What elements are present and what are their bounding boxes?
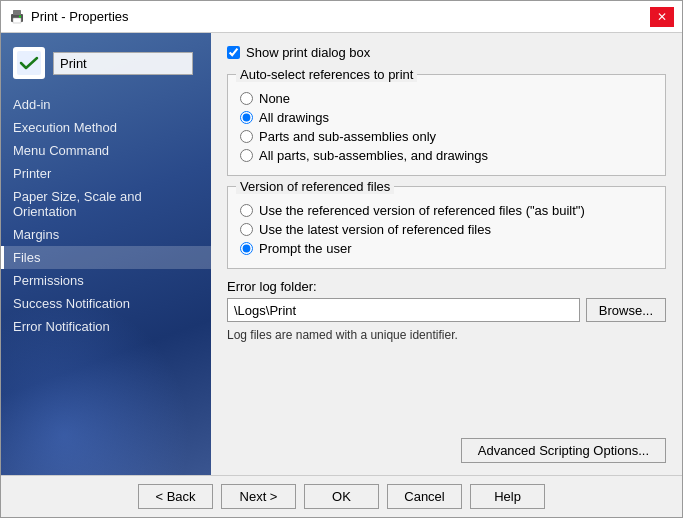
sidebar-item-paper-size[interactable]: Paper Size, Scale and Orientation (1, 185, 211, 223)
sidebar-item-permissions[interactable]: Permissions (1, 269, 211, 292)
spacer (227, 352, 666, 424)
radio-parts-sub[interactable] (240, 130, 253, 143)
error-log-info: Log files are named with a unique identi… (227, 328, 666, 342)
right-panel: Show print dialog box Auto-select refere… (211, 33, 682, 475)
show-print-dialog-row: Show print dialog box (227, 45, 666, 60)
advanced-section: Advanced Scripting Options... (227, 434, 666, 467)
next-button[interactable]: Next > (221, 484, 296, 509)
show-print-dialog-checkbox[interactable] (227, 46, 240, 59)
radio-prompt-row: Prompt the user (240, 239, 653, 258)
sidebar-item-printer[interactable]: Printer (1, 162, 211, 185)
advanced-scripting-button[interactable]: Advanced Scripting Options... (461, 438, 666, 463)
back-button[interactable]: < Back (138, 484, 213, 509)
sidebar-item-execution-method[interactable]: Execution Method (1, 116, 211, 139)
title-bar-left: Print - Properties (9, 9, 129, 25)
sidebar-item-margins[interactable]: Margins (1, 223, 211, 246)
cancel-button[interactable]: Cancel (387, 484, 462, 509)
error-log-label: Error log folder: (227, 279, 666, 294)
bottom-bar: < Back Next > OK Cancel Help (1, 475, 682, 517)
title-bar: Print - Properties ✕ (1, 1, 682, 33)
sidebar-item-menu-command[interactable]: Menu Command (1, 139, 211, 162)
radio-all-parts-label[interactable]: All parts, sub-assemblies, and drawings (259, 148, 488, 163)
radio-prompt[interactable] (240, 242, 253, 255)
help-button[interactable]: Help (470, 484, 545, 509)
print-title-input[interactable] (53, 52, 193, 75)
show-print-dialog-label[interactable]: Show print dialog box (246, 45, 370, 60)
main-window: Print - Properties ✕ Add-in Execu (0, 0, 683, 518)
radio-as-built-label[interactable]: Use the referenced version of referenced… (259, 203, 585, 218)
ok-button[interactable]: OK (304, 484, 379, 509)
auto-select-section: Auto-select references to print None All… (227, 74, 666, 176)
sidebar-item-files[interactable]: Files (1, 246, 211, 269)
auto-select-label: Auto-select references to print (236, 67, 417, 82)
svg-rect-1 (13, 10, 21, 15)
radio-all-drawings[interactable] (240, 111, 253, 124)
radio-all-parts-row: All parts, sub-assemblies, and drawings (240, 146, 653, 165)
version-section: Version of referenced files Use the refe… (227, 186, 666, 269)
error-log-input-row: Browse... (227, 298, 666, 322)
radio-parts-sub-row: Parts and sub-assemblies only (240, 127, 653, 146)
radio-as-built-row: Use the referenced version of referenced… (240, 201, 653, 220)
radio-none[interactable] (240, 92, 253, 105)
radio-none-label[interactable]: None (259, 91, 290, 106)
radio-as-built[interactable] (240, 204, 253, 217)
version-label: Version of referenced files (236, 179, 394, 194)
svg-rect-2 (13, 18, 21, 23)
error-log-section: Error log folder: Browse... Log files ar… (227, 279, 666, 342)
window-title: Print - Properties (31, 9, 129, 24)
printer-icon (9, 9, 25, 25)
svg-point-3 (19, 15, 21, 17)
error-log-input[interactable] (227, 298, 580, 322)
radio-none-row: None (240, 89, 653, 108)
radio-prompt-label[interactable]: Prompt the user (259, 241, 352, 256)
radio-all-drawings-row: All drawings (240, 108, 653, 127)
radio-latest-row: Use the latest version of referenced fil… (240, 220, 653, 239)
radio-latest-label[interactable]: Use the latest version of referenced fil… (259, 222, 491, 237)
main-content: Add-in Execution Method Menu Command Pri… (1, 33, 682, 475)
close-button[interactable]: ✕ (650, 7, 674, 27)
browse-button[interactable]: Browse... (586, 298, 666, 322)
radio-parts-sub-label[interactable]: Parts and sub-assemblies only (259, 129, 436, 144)
sidebar-item-error-notification[interactable]: Error Notification (1, 315, 211, 338)
sidebar-item-success-notification[interactable]: Success Notification (1, 292, 211, 315)
radio-all-drawings-label[interactable]: All drawings (259, 110, 329, 125)
sidebar-logo (13, 47, 45, 79)
sidebar-item-add-in[interactable]: Add-in (1, 93, 211, 116)
radio-all-parts[interactable] (240, 149, 253, 162)
sidebar-header (1, 41, 211, 89)
sidebar: Add-in Execution Method Menu Command Pri… (1, 33, 211, 475)
check-icon (17, 51, 41, 75)
radio-latest[interactable] (240, 223, 253, 236)
